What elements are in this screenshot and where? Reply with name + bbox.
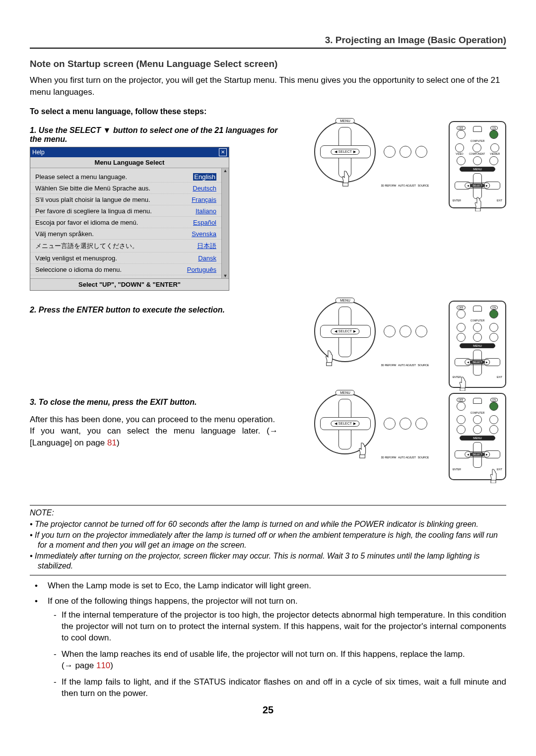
remote-enter-label: ENTER bbox=[453, 199, 461, 202]
language-row[interactable]: Wählen Sie bitte die Menü Sprache aus.De… bbox=[30, 183, 221, 194]
language-prompt: Escoja por favor el idioma de menú. bbox=[35, 219, 138, 226]
label-3d-reform: 3D REFORM bbox=[381, 184, 396, 187]
language-prompt: Please select a menu language. bbox=[35, 173, 127, 181]
menu-language-dialog: Help ✕ Menu Language Select Please selec… bbox=[30, 147, 229, 291]
step-1: 1. Use the SELECT ▼ button to select one… bbox=[30, 126, 278, 144]
viewer-label: VIEWER bbox=[490, 153, 500, 155]
remote-select-button[interactable]: ◀SELECT▶ bbox=[465, 183, 490, 189]
component-button[interactable] bbox=[457, 156, 466, 165]
language-name[interactable]: Português bbox=[187, 266, 216, 273]
scroll-up-icon[interactable]: ▲ bbox=[222, 168, 229, 173]
lan-button[interactable] bbox=[473, 156, 482, 165]
language-prompt: S'il vous plaît choisir la langue de men… bbox=[35, 196, 150, 203]
note-label: NOTE: bbox=[30, 508, 506, 517]
step-2: 2. Press the ENTER button to execute the… bbox=[30, 306, 278, 315]
language-row[interactable]: Per favore di scegliere la lingua di men… bbox=[30, 205, 221, 217]
after-text-2a: If you want, you can select the menu lan… bbox=[30, 426, 269, 436]
hand-pointer-icon bbox=[355, 441, 368, 458]
language-name[interactable]: Italiano bbox=[196, 207, 216, 215]
intro-paragraph: When you first turn on the projector, yo… bbox=[30, 74, 506, 98]
hand-pointer-icon bbox=[471, 196, 483, 211]
dialog-title: Help bbox=[32, 149, 45, 156]
language-name[interactable]: 日本語 bbox=[197, 242, 216, 251]
language-row[interactable]: S'il vous plaît choisir la langue de men… bbox=[30, 194, 221, 205]
language-name[interactable]: Français bbox=[192, 196, 216, 203]
inner-bullet-1: If the internal temperature of the proje… bbox=[62, 610, 506, 644]
language-prompt: Per favore di scegliere la lingua di men… bbox=[35, 207, 152, 215]
computer-button[interactable] bbox=[472, 143, 481, 152]
note-item: Immediately after turning on the project… bbox=[38, 551, 506, 571]
viewer-button[interactable] bbox=[490, 143, 499, 152]
language-name[interactable]: Español bbox=[193, 219, 216, 226]
language-name[interactable]: Svenska bbox=[192, 230, 216, 238]
button-auto-adjust[interactable] bbox=[400, 146, 411, 158]
language-name[interactable]: Deutsch bbox=[193, 185, 216, 192]
language-row[interactable]: Please select a menu language.English bbox=[30, 171, 221, 183]
dpad-circle: MENU ◀SELECT▶ bbox=[314, 121, 376, 183]
computer-label: COMPUTER bbox=[453, 140, 502, 142]
video-label: VIDEO bbox=[456, 153, 464, 155]
dialog-footer: Select "UP", "DOWN" & "ENTER" bbox=[30, 278, 229, 290]
language-prompt: メニュー言語を選択してください。 bbox=[35, 242, 138, 251]
remote-select-label: SELECT bbox=[470, 184, 484, 188]
after-text-2c: ) bbox=[117, 438, 120, 447]
remote-diagram-3: OFF ON COMPUTER MENU ◀SELECT▶ ENTEREXIT bbox=[449, 393, 506, 480]
scroll-down-icon[interactable]: ▼ bbox=[222, 273, 229, 278]
language-prompt: Wählen Sie bitte die Menü Sprache aus. bbox=[35, 185, 150, 192]
select-button[interactable]: ◀SELECT▶ bbox=[331, 149, 359, 155]
page-ref-110[interactable]: 110 bbox=[96, 661, 110, 670]
page-ref-81[interactable]: 81 bbox=[107, 438, 117, 447]
select-button[interactable]: ◀SELECT▶ bbox=[331, 328, 359, 334]
remote-diagram-1: OFF ON COMPUTER VIDEO COMPONENT VIEWER bbox=[449, 121, 506, 208]
language-row[interactable]: メニュー言語を選択してください。日本語 bbox=[30, 240, 221, 252]
language-list: Please select a menu language.EnglishWäh… bbox=[30, 168, 221, 278]
step-3: 3. To close the menu, press the EXIT but… bbox=[30, 398, 278, 407]
remote-menu-button[interactable]: MENU bbox=[460, 167, 495, 172]
power-on-button[interactable] bbox=[489, 130, 498, 139]
note-item: The projector cannot be turned off for 6… bbox=[38, 519, 506, 529]
after-text-1: After this has been done, you can procee… bbox=[30, 415, 275, 424]
up-button[interactable] bbox=[473, 126, 482, 132]
select-label: SELECT bbox=[338, 150, 352, 153]
language-name[interactable]: English bbox=[193, 173, 216, 181]
power-off-label: OFF bbox=[457, 126, 466, 130]
inner-bullet-3: If the lamp fails to light, and if the S… bbox=[62, 677, 506, 699]
additional-notes: When the Lamp mode is set to Eco, the La… bbox=[30, 580, 506, 699]
language-row[interactable]: Välj menyn språken.Svenska bbox=[30, 228, 221, 240]
extra-button[interactable] bbox=[489, 156, 498, 165]
hand-pointer-icon bbox=[456, 376, 468, 391]
steps-heading: To select a menu language, follow these … bbox=[30, 107, 506, 116]
inner-bullet-2: When the lamp reaches its end of usable … bbox=[62, 649, 506, 672]
video-button[interactable] bbox=[455, 143, 464, 152]
scrollbar[interactable]: ▲ ▼ bbox=[221, 168, 229, 278]
language-prompt: Seleccione o idioma do menu. bbox=[35, 266, 122, 273]
page-number: 25 bbox=[30, 704, 506, 716]
side-buttons bbox=[384, 146, 427, 158]
italic-notes: The projector cannot be turned off for 6… bbox=[30, 519, 506, 571]
chapter-heading: 3. Projecting an Image (Basic Operation) bbox=[30, 35, 506, 49]
note-item: If you turn on the projector immediately… bbox=[38, 530, 506, 550]
after-text-2b: [Language] on page bbox=[30, 438, 107, 447]
component-label: COMPONENT bbox=[469, 153, 485, 155]
label-source: SOURCE bbox=[418, 184, 429, 187]
projector-control-diagram-3: MENU ◀SELECT▶ 3D REFORM AUTO ADJUST SOUR… bbox=[314, 393, 429, 459]
hand-pointer-icon bbox=[322, 349, 335, 366]
language-row[interactable]: Escoja por favor el idioma de menú.Españ… bbox=[30, 217, 221, 228]
language-name[interactable]: Dansk bbox=[198, 254, 216, 262]
power-on-label: ON bbox=[490, 126, 498, 130]
bullet-2: If one of the following things happens, … bbox=[45, 596, 506, 700]
label-auto-adjust: AUTO ADJUST bbox=[398, 184, 416, 187]
close-icon[interactable]: ✕ bbox=[219, 148, 227, 156]
section-heading: Note on Startup screen (Menu Language Se… bbox=[30, 59, 506, 69]
language-row[interactable]: Seleccione o idioma do menu.Português bbox=[30, 264, 221, 275]
menu-button[interactable]: MENU bbox=[335, 118, 355, 124]
menu-button[interactable]: MENU bbox=[335, 390, 355, 395]
button-3d-reform[interactable] bbox=[384, 146, 396, 158]
menu-button[interactable]: MENU bbox=[335, 298, 355, 303]
power-off-button[interactable] bbox=[457, 130, 466, 139]
remote-diagram-2: OFF ON COMPUTER MENU ◀SELECT▶ ENTEREXIT bbox=[449, 301, 506, 388]
language-row[interactable]: Vælg venligst et menusprog.Dansk bbox=[30, 252, 221, 264]
remote-exit-label: EXIT bbox=[497, 199, 502, 202]
button-source[interactable] bbox=[415, 146, 427, 158]
hand-pointer-icon bbox=[338, 170, 351, 187]
